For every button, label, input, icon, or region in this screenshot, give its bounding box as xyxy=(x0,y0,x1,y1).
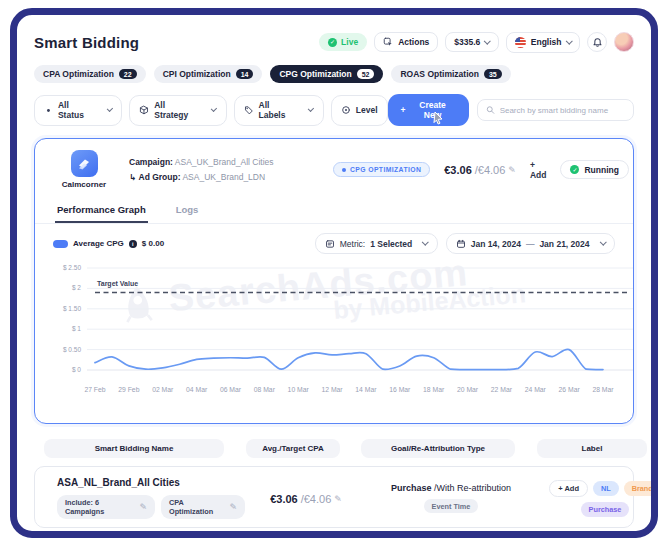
info-icon: i xyxy=(129,240,137,248)
goal-type: Purchase /With Re-attribution xyxy=(367,483,535,493)
chevron-down-icon xyxy=(211,105,217,111)
labels-filter-dropdown[interactable]: All Labels xyxy=(234,95,324,126)
col-header-label: Label xyxy=(537,439,647,458)
y-tick-label: $ 0.50 xyxy=(63,346,81,353)
performance-chart: $ 2.50$ 2$ 1.50$ 1$ 0.50$ 0 SearchAds.co… xyxy=(49,262,619,414)
level-filter[interactable]: Level xyxy=(331,95,388,126)
goal-value: Purchase xyxy=(391,483,432,493)
include-campaigns-chip[interactable]: Include: 6 Campaigns ✎ xyxy=(57,495,155,519)
notifications-button[interactable] xyxy=(587,32,607,52)
x-tick-label: 14 Mar xyxy=(355,386,376,393)
optimization-chip[interactable]: CPA Optimization ✎ xyxy=(161,495,245,519)
date-start: Jan 14, 2024 xyxy=(471,239,521,249)
label-tag-nl[interactable]: NL xyxy=(593,481,619,496)
select-box-icon xyxy=(383,37,393,47)
actions-label: Actions xyxy=(398,37,429,47)
row-avg-value: €3.06 xyxy=(270,493,298,505)
tab-cpi-optimization[interactable]: CPI Optimization 14 xyxy=(154,65,263,83)
x-tick-label: 12 Mar xyxy=(321,386,342,393)
balance-dropdown[interactable]: $335.6 xyxy=(445,32,499,52)
plus-icon: + xyxy=(401,105,406,115)
app-icon xyxy=(71,150,98,177)
chevron-down-icon xyxy=(107,105,113,111)
chevron-down-icon xyxy=(308,105,314,111)
actions-button[interactable]: Actions xyxy=(374,32,438,52)
col-header-goal-type: Goal/Re-Attribution Type xyxy=(361,439,516,458)
search-icon xyxy=(486,105,495,115)
metric-value: 1 Selected xyxy=(370,239,412,249)
chevron-down-icon xyxy=(484,37,490,43)
chevron-down-icon xyxy=(422,239,428,245)
tab-performance-graph[interactable]: Performance Graph xyxy=(55,197,148,223)
y-tick-label: $ 1.50 xyxy=(63,305,81,312)
legend-swatch xyxy=(53,240,68,248)
metric-list-icon xyxy=(325,239,335,249)
mouse-cursor-icon xyxy=(431,111,444,125)
status-label: Running xyxy=(584,165,618,175)
tab-roas-optimization[interactable]: ROAS Optimization 35 xyxy=(391,65,510,83)
calendar-icon xyxy=(456,239,466,249)
y-tick-label: $ 1 xyxy=(72,325,81,332)
target-value-label: Target Value xyxy=(97,280,138,287)
create-new-button[interactable]: + Create New xyxy=(388,94,469,126)
page-title: Smart Bidding xyxy=(34,34,139,51)
optimization-badge-label: CPG OPTIMIZATION xyxy=(350,166,421,173)
metric-selector-dropdown[interactable]: Metric: 1 Selected xyxy=(315,233,438,254)
labels-cell: + Add NL Brand Purchase xyxy=(545,480,658,517)
page: Smart Bidding ✓ Live Actions $33 xyxy=(0,0,670,540)
y-tick-label: $ 2 xyxy=(72,284,81,291)
tab-cpg-optimization[interactable]: CPG Optimization 52 xyxy=(270,65,383,83)
label-tag-purchase[interactable]: Purchase xyxy=(581,502,630,517)
edit-icon[interactable]: ✎ xyxy=(334,494,342,504)
x-tick-label: 22 Mar xyxy=(491,386,512,393)
status-filter-dropdown[interactable]: All Status xyxy=(34,95,122,126)
tab-cpa-optimization[interactable]: CPA Optimization 22 xyxy=(34,65,146,83)
ad-group-line: ↳ Ad Group: ASA_UK_Brand_LDN xyxy=(129,172,319,182)
bell-icon xyxy=(592,37,603,48)
tab-label: CPA Optimization xyxy=(43,69,114,79)
avg-value: €3.06 xyxy=(444,164,472,176)
x-tick-label: 04 Mar xyxy=(186,386,207,393)
app-name: Calmcorner xyxy=(62,180,106,189)
x-tick-label: 20 Mar xyxy=(457,386,478,393)
x-tick-label: 24 Mar xyxy=(525,386,546,393)
metric-label: Metric: xyxy=(340,239,366,249)
target-value: /€4.06 xyxy=(475,164,506,176)
ad-group-label: Ad Group: xyxy=(139,172,181,182)
col-header-avg-target-cpa: Avg./Target CPA xyxy=(246,439,340,458)
strategy-filter-dropdown[interactable]: All Strategy xyxy=(129,95,226,126)
add-label-button[interactable]: + Add xyxy=(530,160,547,180)
y-tick-label: $ 2.50 xyxy=(63,264,81,271)
tab-count-badge: 14 xyxy=(236,69,254,79)
add-label-button[interactable]: + Add xyxy=(549,480,588,497)
tab-logs[interactable]: Logs xyxy=(174,197,201,223)
x-tick-label: 10 Mar xyxy=(288,386,309,393)
edit-icon[interactable]: ✎ xyxy=(508,165,516,175)
tab-label: CPG Optimization xyxy=(279,69,351,79)
cube-icon xyxy=(139,105,149,115)
label-tag-brand[interactable]: Brand xyxy=(624,481,658,496)
include-chip-label: Include: 6 Campaigns xyxy=(65,498,136,516)
chevron-down-icon xyxy=(566,37,572,43)
smart-bidding-table: Smart Bidding Name Avg./Target CPA Goal/… xyxy=(34,439,634,528)
filter-bar: All Status All Strategy xyxy=(34,94,634,126)
search-input[interactable] xyxy=(500,106,625,115)
x-axis: 27 Feb29 Feb02 Mar04 Mar06 Mar08 Mar10 M… xyxy=(87,386,633,400)
campaign-value: ASA_UK_Brand_All Cities xyxy=(175,157,274,167)
language-dropdown[interactable]: English xyxy=(506,32,580,53)
x-tick-label: 26 Mar xyxy=(559,386,580,393)
event-time-chip: Event Time xyxy=(424,499,479,513)
user-avatar[interactable] xyxy=(614,32,634,52)
date-range-picker[interactable]: Jan 14, 2024 — Jan 21, 2024 xyxy=(446,233,615,254)
edit-icon: ✎ xyxy=(139,502,147,512)
edit-icon: ✎ xyxy=(229,502,237,512)
tab-count-badge: 22 xyxy=(119,69,137,79)
status-dropdown[interactable]: ✓ Running xyxy=(560,160,628,179)
x-tick-label: 02 Mar xyxy=(152,386,173,393)
legend-value: $ 0.00 xyxy=(142,239,164,248)
x-tick-label: 06 Mar xyxy=(220,386,241,393)
chart-svg xyxy=(87,262,633,380)
search-field xyxy=(477,99,634,121)
goal-suffix: /With Re-attribution xyxy=(434,483,511,493)
balance-value: $335.6 xyxy=(454,37,480,47)
